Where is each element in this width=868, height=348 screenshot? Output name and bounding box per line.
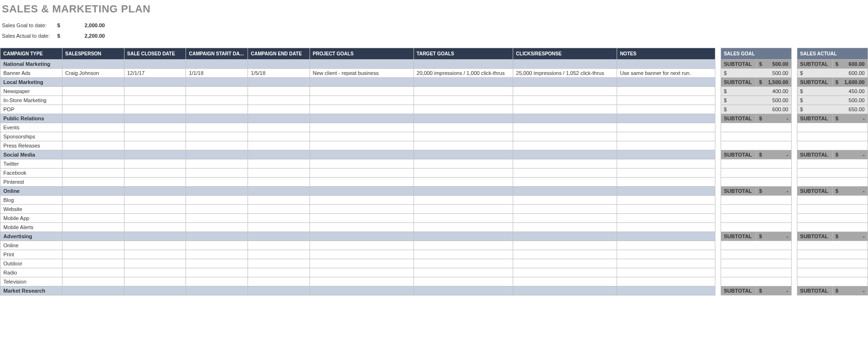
cell-project[interactable] [310, 169, 413, 178]
cell-clicks[interactable] [513, 223, 617, 232]
item-actual[interactable]: $450.00 [797, 87, 868, 96]
cell-closed[interactable] [124, 169, 186, 178]
cell-clicks[interactable] [513, 178, 617, 187]
item-actual[interactable] [797, 277, 868, 286]
cell-clicks[interactable] [513, 259, 617, 268]
cell-notes[interactable] [617, 87, 715, 96]
cell-project[interactable] [310, 214, 413, 223]
cell-target[interactable] [413, 223, 513, 232]
cell-closed[interactable] [124, 105, 186, 114]
cell-closed[interactable] [124, 87, 186, 96]
cell-salesperson[interactable] [62, 277, 124, 286]
cell-target[interactable] [413, 159, 513, 169]
cell-type[interactable]: Mobile Alerts [0, 223, 62, 232]
cell-project[interactable] [310, 105, 413, 114]
item-actual[interactable] [797, 178, 868, 187]
cell-end[interactable] [248, 105, 310, 114]
item-actual[interactable] [797, 159, 868, 169]
cell-notes[interactable] [617, 268, 715, 277]
cell-start[interactable] [186, 169, 248, 178]
cell-closed[interactable] [124, 132, 186, 141]
cell-project[interactable] [310, 123, 413, 132]
cell-target[interactable] [413, 141, 513, 150]
cell-salesperson[interactable] [62, 205, 124, 214]
item-actual[interactable] [797, 196, 868, 205]
cell-target[interactable] [413, 105, 513, 114]
cell-end[interactable] [248, 268, 310, 277]
cell-type[interactable]: Television [0, 277, 62, 286]
cell-project[interactable] [310, 196, 413, 205]
cell-closed[interactable] [124, 159, 186, 169]
cell-project[interactable]: New client - repeat business [310, 69, 413, 78]
cell-type[interactable]: POP [0, 105, 62, 114]
cell-end[interactable] [248, 259, 310, 268]
cell-project[interactable] [310, 159, 413, 169]
cell-target[interactable]: 20,000 impressions / 1,000 click-thrus [413, 69, 513, 78]
item-actual[interactable] [797, 132, 868, 141]
cell-salesperson[interactable] [62, 169, 124, 178]
cell-notes[interactable] [617, 214, 715, 223]
cell-type[interactable]: Mobile App [0, 214, 62, 223]
cell-start[interactable] [186, 277, 248, 286]
cell-end[interactable] [248, 96, 310, 105]
cell-notes[interactable] [617, 123, 715, 132]
cell-target[interactable] [413, 123, 513, 132]
cell-type[interactable]: Events [0, 123, 62, 132]
cell-salesperson[interactable] [62, 241, 124, 250]
item-actual[interactable] [797, 259, 868, 268]
cell-closed[interactable] [124, 96, 186, 105]
cell-closed[interactable] [124, 241, 186, 250]
cell-closed[interactable] [124, 214, 186, 223]
item-goal[interactable] [721, 132, 791, 141]
cell-clicks[interactable] [513, 250, 617, 259]
cell-target[interactable] [413, 214, 513, 223]
cell-notes[interactable] [617, 132, 715, 141]
cell-closed[interactable] [124, 268, 186, 277]
item-goal[interactable] [721, 268, 791, 277]
cell-salesperson[interactable] [62, 214, 124, 223]
cell-notes[interactable] [617, 159, 715, 169]
cell-target[interactable] [413, 87, 513, 96]
cell-target[interactable] [413, 250, 513, 259]
item-goal[interactable] [721, 178, 791, 187]
cell-salesperson[interactable] [62, 132, 124, 141]
cell-target[interactable] [413, 277, 513, 286]
cell-closed[interactable] [124, 259, 186, 268]
cell-type[interactable]: In-Store Marketing [0, 96, 62, 105]
cell-project[interactable] [310, 87, 413, 96]
cell-clicks[interactable] [513, 96, 617, 105]
cell-target[interactable] [413, 96, 513, 105]
cell-start[interactable] [186, 96, 248, 105]
cell-notes[interactable] [617, 223, 715, 232]
cell-project[interactable] [310, 205, 413, 214]
item-actual[interactable] [797, 123, 868, 132]
cell-start[interactable] [186, 105, 248, 114]
item-goal[interactable] [721, 241, 791, 250]
cell-clicks[interactable] [513, 87, 617, 96]
item-actual[interactable]: $500.00 [797, 96, 868, 105]
cell-start[interactable] [186, 259, 248, 268]
item-goal[interactable] [721, 259, 791, 268]
cell-notes[interactable] [617, 178, 715, 187]
cell-project[interactable] [310, 250, 413, 259]
cell-start[interactable] [186, 159, 248, 169]
cell-salesperson[interactable] [62, 159, 124, 169]
cell-start[interactable] [186, 196, 248, 205]
item-actual[interactable] [797, 205, 868, 214]
cell-end[interactable] [248, 205, 310, 214]
cell-salesperson[interactable] [62, 196, 124, 205]
cell-start[interactable] [186, 241, 248, 250]
cell-project[interactable] [310, 241, 413, 250]
cell-end[interactable] [248, 132, 310, 141]
item-actual[interactable] [797, 250, 868, 259]
item-actual[interactable] [797, 268, 868, 277]
item-goal[interactable] [721, 169, 791, 178]
cell-target[interactable] [413, 241, 513, 250]
cell-type[interactable]: Website [0, 205, 62, 214]
cell-target[interactable] [413, 205, 513, 214]
cell-start[interactable] [186, 268, 248, 277]
cell-start[interactable] [186, 205, 248, 214]
cell-start[interactable] [186, 87, 248, 96]
cell-start[interactable] [186, 214, 248, 223]
cell-target[interactable] [413, 268, 513, 277]
